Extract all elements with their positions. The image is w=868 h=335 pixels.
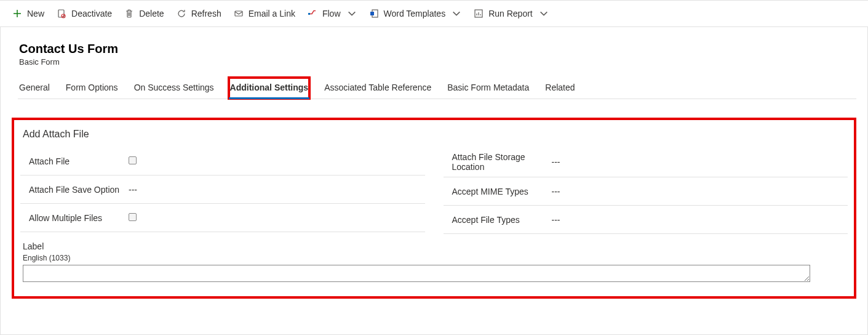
word-templates-button[interactable]: Word Templates	[369, 9, 462, 18]
word-icon	[369, 9, 379, 18]
form-content: Contact Us Form Basic Form General Form …	[0, 27, 868, 335]
tab-basic-form-metadata[interactable]: Basic Form Metadata	[446, 78, 530, 99]
save-option-label: Attach File Save Option	[20, 185, 125, 195]
file-types-value: ---	[548, 215, 848, 225]
refresh-icon	[177, 9, 186, 18]
new-label: New	[27, 9, 44, 18]
refresh-label: Refresh	[191, 9, 221, 18]
delete-button[interactable]: Delete	[124, 9, 164, 18]
field-save-option[interactable]: Attach File Save Option ---	[20, 176, 425, 204]
field-attach-file[interactable]: Attach File	[20, 147, 425, 176]
run-report-label: Run Report	[488, 9, 533, 18]
deactivate-label: Deactivate	[71, 9, 112, 18]
trash-icon	[124, 9, 134, 18]
flow-icon	[308, 9, 317, 18]
field-file-types[interactable]: Accept File Types ---	[444, 206, 848, 234]
run-report-button[interactable]: Run Report	[474, 9, 549, 18]
label-textarea[interactable]	[23, 265, 810, 282]
attach-file-checkbox[interactable]	[129, 156, 137, 164]
storage-value: ---	[548, 157, 848, 167]
delete-label: Delete	[139, 9, 164, 18]
email-link-button[interactable]: Email a Link	[234, 9, 295, 18]
storage-label: Attach File Storage Location	[444, 152, 548, 172]
field-allow-multiple[interactable]: Allow Multiple Files	[20, 204, 425, 232]
allow-multiple-checkbox[interactable]	[129, 213, 137, 221]
save-option-value: ---	[125, 185, 425, 195]
attach-file-label: Attach File	[20, 156, 125, 166]
page-title: Contact Us Form	[19, 42, 856, 56]
allow-multiple-label: Allow Multiple Files	[20, 213, 125, 223]
highlighted-section: Add Attach File Attach File Attach File …	[12, 118, 856, 299]
page-subtitle: Basic Form	[19, 57, 856, 67]
new-button[interactable]: New	[12, 9, 44, 18]
label-field-block: Label English (1033)	[20, 241, 848, 284]
chevron-down-icon	[347, 9, 357, 18]
tab-on-success[interactable]: On Success Settings	[133, 78, 215, 99]
chevron-down-icon	[539, 9, 549, 18]
field-mime-types[interactable]: Accept MIME Types ---	[444, 177, 848, 206]
mime-label: Accept MIME Types	[444, 187, 548, 196]
tab-additional-settings[interactable]: Additional Settings	[229, 78, 310, 99]
refresh-button[interactable]: Refresh	[177, 9, 221, 18]
flow-button[interactable]: Flow	[308, 9, 357, 18]
tab-list: General Form Options On Success Settings…	[18, 78, 856, 99]
email-icon	[234, 9, 244, 18]
svg-rect-8	[308, 13, 310, 15]
right-column: Attach File Storage Location --- Accept …	[444, 147, 848, 234]
chevron-down-icon	[452, 9, 461, 18]
field-storage-location[interactable]: Attach File Storage Location ---	[444, 147, 848, 177]
word-templates-label: Word Templates	[384, 9, 446, 18]
label-language: English (1033)	[23, 254, 848, 262]
mime-value: ---	[548, 187, 848, 196]
report-icon	[474, 9, 484, 18]
tab-form-options[interactable]: Form Options	[65, 78, 119, 99]
email-link-label: Email a Link	[249, 9, 295, 18]
command-bar: New Deactivate Delete Refresh Email a Li…	[0, 0, 868, 27]
plus-icon	[12, 9, 22, 18]
left-column: Attach File Attach File Save Option --- …	[20, 147, 425, 234]
flow-label: Flow	[322, 9, 341, 18]
svg-rect-7	[235, 11, 242, 16]
tab-general[interactable]: General	[18, 78, 51, 99]
tab-associated-table-ref[interactable]: Associated Table Reference	[323, 78, 432, 99]
deactivate-icon	[57, 9, 66, 18]
label-title: Label	[23, 241, 848, 251]
section-title: Add Attach File	[23, 129, 848, 140]
svg-rect-10	[370, 12, 374, 15]
deactivate-button[interactable]: Deactivate	[57, 9, 112, 18]
file-types-label: Accept File Types	[444, 215, 548, 225]
tab-related[interactable]: Related	[544, 78, 576, 99]
